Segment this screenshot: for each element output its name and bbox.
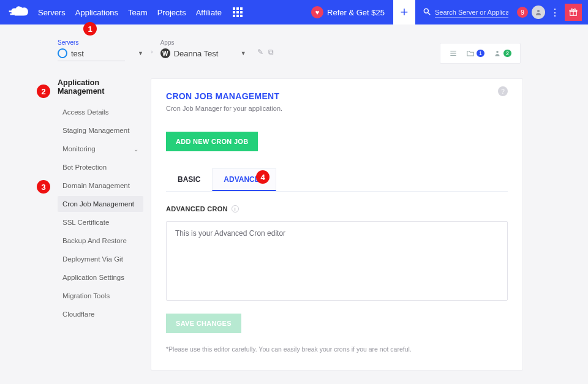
warning-text: *Please use this editor carefully. You c… [166, 345, 508, 353]
svg-rect-0 [9, 10, 15, 12]
svg-point-11 [496, 51, 499, 53]
gift-icon[interactable] [565, 4, 582, 21]
app-quick-icons: ✎ ⧉ [257, 48, 274, 56]
workspace-widgets: 1 2 [440, 43, 521, 64]
notifications-badge[interactable]: 9 [517, 7, 528, 18]
save-button[interactable]: SAVE CHANGES [166, 314, 241, 333]
sidebar: Application Management Access Details St… [0, 78, 143, 371]
search-icon [423, 7, 431, 18]
sidebar-item-access-details[interactable]: Access Details [58, 104, 143, 120]
main: Application Management Access Details St… [0, 64, 588, 371]
svg-rect-1 [10, 13, 15, 15]
svg-point-2 [424, 9, 428, 13]
section-label: ADVANCED CRON i [166, 205, 508, 213]
sidebar-item-label: Monitoring [62, 145, 96, 152]
more-menu-icon[interactable]: ⋮ [550, 7, 560, 18]
wordpress-icon: W [160, 48, 170, 58]
nav-affiliate[interactable]: Affiliate [196, 8, 222, 17]
sidebar-item-bot-protection[interactable]: Bot Protection [58, 159, 143, 175]
annotation-4: 4 [256, 170, 270, 184]
cron-editor[interactable] [166, 221, 508, 301]
tab-basic[interactable]: BASIC [166, 168, 212, 191]
sidebar-title: Application Management [58, 78, 143, 96]
refer-label: Refer & Get $25 [327, 8, 385, 17]
folder-badge: 1 [477, 50, 484, 57]
avatar[interactable] [532, 6, 545, 19]
nav-projects[interactable]: Projects [157, 8, 186, 17]
sidebar-item-monitoring[interactable]: Monitoring ⌄ [58, 141, 143, 157]
svg-line-3 [428, 12, 431, 15]
sidebar-item-backup[interactable]: Backup And Restore [58, 233, 143, 249]
topbar-right: ♥ Refer & Get $25 + 9 ⋮ [303, 0, 588, 24]
search-input[interactable] [435, 7, 508, 18]
server-selector[interactable]: Servers test ▼ [58, 39, 149, 61]
sidebar-item-cloudflare[interactable]: Cloudflare [58, 306, 143, 322]
caret-down-icon[interactable]: ▼ [241, 50, 246, 56]
sidebar-item-cron[interactable]: Cron Job Management [58, 196, 143, 212]
add-button[interactable]: + [393, 0, 415, 24]
sidebar-item-domain[interactable]: Domain Management [58, 178, 143, 194]
servers-label: Servers [58, 39, 149, 46]
nav-team[interactable]: Team [128, 8, 148, 17]
tabs: BASIC ADVANCED [166, 168, 508, 192]
chevron-right-icon: › [151, 48, 153, 55]
nav-servers[interactable]: Servers [38, 8, 66, 17]
annotation-3: 3 [37, 180, 50, 194]
svg-point-4 [537, 10, 540, 12]
annotation-2: 2 [37, 85, 50, 98]
edit-icon[interactable]: ✎ [257, 48, 263, 56]
sidebar-item-git[interactable]: Deployment Via Git [58, 251, 143, 267]
apps-label: Apps [160, 39, 252, 46]
list-view-icon[interactable] [449, 49, 458, 58]
refer-button[interactable]: ♥ Refer & Get $25 [303, 0, 393, 24]
section-label-text: ADVANCED CRON [166, 205, 228, 213]
nav-applications[interactable]: Applications [75, 8, 118, 17]
annotation-1: 1 [83, 22, 97, 36]
logo-icon[interactable] [9, 6, 32, 19]
digitalocean-icon [56, 47, 69, 60]
caret-down-icon[interactable]: ▼ [138, 50, 143, 56]
people-badge: 2 [503, 50, 511, 57]
server-name: test [71, 49, 84, 58]
sidebar-item-ssl[interactable]: SSL Certificate [58, 214, 143, 230]
page-title: CRON JOB MANAGEMENT [166, 91, 498, 101]
folder-widget[interactable]: 1 [466, 49, 484, 58]
people-widget[interactable]: 2 [493, 49, 511, 58]
content-panel: CRON JOB MANAGEMENT ? Cron Job Manager f… [151, 78, 523, 371]
add-cron-button[interactable]: ADD NEW CRON JOB [166, 132, 258, 151]
sidebar-item-staging[interactable]: Staging Management [58, 122, 143, 138]
open-external-icon[interactable]: ⧉ [268, 48, 274, 56]
sidebar-item-migration[interactable]: Migration Tools [58, 288, 143, 304]
sidebar-item-app-settings[interactable]: Application Settings [58, 269, 143, 285]
page-subtitle: Cron Job Manager for your application. [166, 105, 508, 112]
info-icon[interactable]: i [232, 205, 239, 213]
svg-rect-7 [570, 10, 577, 12]
apps-grid-icon[interactable] [233, 7, 243, 17]
topbar: Servers Applications Team Projects Affil… [0, 0, 588, 24]
search-wrap [415, 7, 513, 18]
app-selector[interactable]: Apps W Deanna Test ▼ [160, 39, 252, 58]
help-icon[interactable]: ? [498, 86, 508, 96]
heart-icon: ♥ [311, 6, 323, 18]
app-name: Deanna Test [174, 49, 219, 58]
chevron-down-icon: ⌄ [134, 146, 138, 152]
nav-links: Servers Applications Team Projects Affil… [38, 8, 222, 17]
